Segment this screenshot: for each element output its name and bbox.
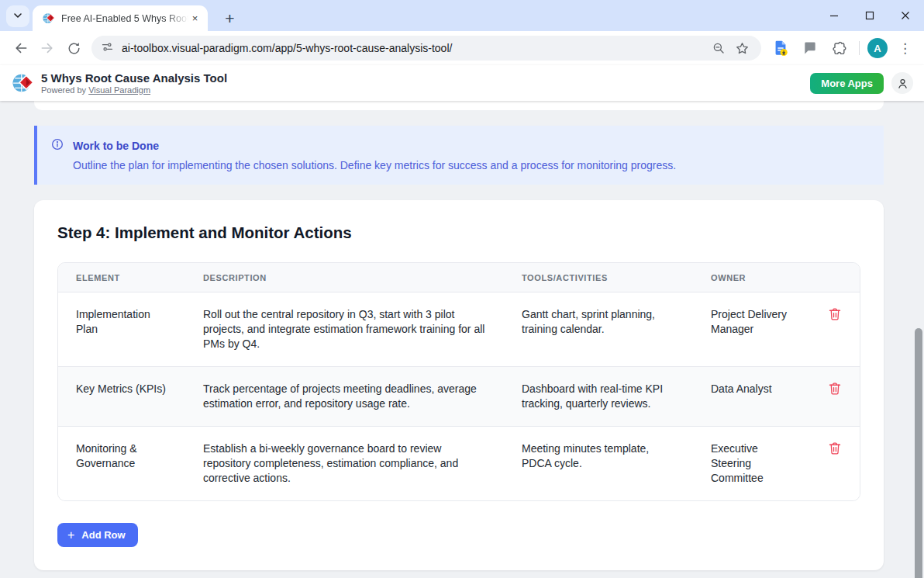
new-tab-button[interactable]: + [219,7,241,29]
zoom-out-icon[interactable] [707,36,730,60]
visual-paradigm-logo-icon [11,71,34,95]
window-close-icon[interactable] [898,8,913,23]
step4-card: Step 4: Implement and Monitor Actions EL… [34,200,884,570]
docs-offline-extension-icon[interactable] [769,36,792,60]
window-maximize-icon[interactable] [862,8,877,23]
powered-by-prefix: Powered by [41,85,88,95]
delete-row-button[interactable] [826,382,843,399]
visual-paradigm-link[interactable]: Visual Paradigm [88,85,150,95]
delete-row-button[interactable] [826,307,843,324]
url-text[interactable]: ai-toolbox.visual-paradigm.com/app/5-why… [122,42,707,54]
visual-paradigm-favicon-icon [42,12,55,25]
browser-tab-active[interactable]: Free AI-Enabled 5 Whys Root Ca × [33,5,208,31]
table-header-row: ELEMENT DESCRIPTION TOOLS/ACTIVITIES OWN… [58,263,860,292]
reload-button[interactable] [60,35,87,61]
table-row: Key Metrics (KPIs) Track percentage of p… [58,367,860,427]
column-header-tools: TOOLS/ACTIVITIES [504,263,693,292]
cell-owner[interactable]: Project Delivery Manager [693,292,809,366]
table-row: Monitoring & Governance Establish a bi-w… [58,427,860,500]
user-account-button[interactable] [891,72,913,94]
app-header: 5 Whys Root Cause Analysis Tool Powered … [0,65,924,101]
cell-owner[interactable]: Executive Steering Committee [693,427,809,500]
cell-owner[interactable]: Data Analyst [693,367,809,426]
cell-tools[interactable]: Gantt chart, sprint planning, training c… [504,292,693,366]
extensions-area: A ⋮ [769,36,916,60]
chat-extension-icon[interactable] [798,36,822,60]
banner-description: Outline the plan for implementing the ch… [73,158,867,172]
cell-description[interactable]: Track percentage of projects meeting dea… [185,367,504,426]
tab-title: Free AI-Enabled 5 Whys Root Ca [61,13,188,24]
powered-by: Powered by Visual Paradigm [41,85,227,95]
back-button[interactable] [8,35,34,61]
chevron-down-icon [13,9,22,23]
table-row: Implementation Plan Roll out the central… [58,292,860,367]
info-icon [51,138,64,154]
app-title: 5 Whys Root Cause Analysis Tool [41,71,227,85]
scrolled-card-bottom [34,101,884,110]
window-minimize-icon[interactable] [826,8,842,23]
tab-search-button[interactable] [6,5,29,27]
browser-tab-strip: Free AI-Enabled 5 Whys Root Ca × + [0,0,924,31]
cell-element[interactable]: Monitoring & Governance [58,427,185,500]
plus-icon: + [67,530,74,541]
bookmark-star-icon[interactable] [730,36,753,60]
app-title-block: 5 Whys Root Cause Analysis Tool Powered … [41,71,227,95]
address-bar[interactable]: ai-toolbox.visual-paradigm.com/app/5-why… [91,36,761,61]
extensions-puzzle-icon[interactable] [828,36,851,60]
forward-button[interactable] [34,35,60,61]
browser-profile-avatar[interactable]: A [867,38,888,58]
column-header-actions [809,263,860,292]
work-to-be-done-banner: Work to be Done Outline the plan for imp… [34,126,884,185]
cell-tools[interactable]: Meeting minutes template, PDCA cycle. [504,427,693,500]
add-row-button[interactable]: + Add Row [57,523,138,547]
cell-element[interactable]: Implementation Plan [58,292,185,366]
header-right: More Apps [810,72,913,94]
cell-description[interactable]: Establish a bi-weekly governance board t… [185,427,504,500]
add-row-label: Add Row [81,529,125,541]
more-apps-button[interactable]: More Apps [810,73,884,94]
actions-table: ELEMENT DESCRIPTION TOOLS/ACTIVITIES OWN… [57,262,860,501]
page-scrollbar[interactable] [915,328,922,578]
cell-tools[interactable]: Dashboard with real-time KPI tracking, q… [504,367,693,426]
column-header-element: ELEMENT [58,263,185,292]
column-header-description: DESCRIPTION [185,263,504,292]
browser-toolbar: ai-toolbox.visual-paradigm.com/app/5-why… [0,31,924,65]
cell-description[interactable]: Roll out the central repository in Q3, s… [185,292,504,366]
site-settings-icon[interactable] [101,40,114,57]
page-content: Work to be Done Outline the plan for imp… [0,101,924,578]
delete-row-button[interactable] [826,441,843,459]
toolbar-divider [859,41,860,55]
cell-element[interactable]: Key Metrics (KPIs) [58,367,185,426]
browser-menu-icon[interactable]: ⋮ [894,40,916,57]
banner-title: Work to be Done [73,140,159,152]
column-header-owner: OWNER [693,263,809,292]
window-controls [826,0,913,31]
step-heading: Step 4: Implement and Monitor Actions [57,223,860,242]
tab-close-icon[interactable]: × [188,12,202,25]
